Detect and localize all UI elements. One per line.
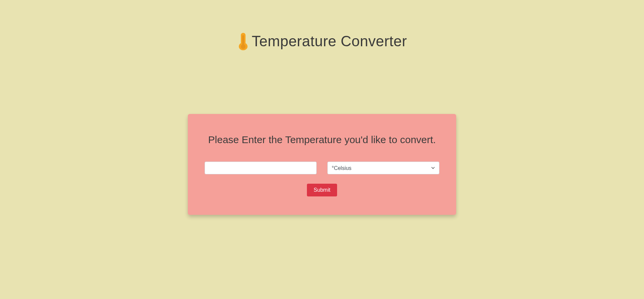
unit-select[interactable]: °Celsius — [327, 162, 439, 174]
thermometer-icon — [237, 32, 249, 50]
page-title: Temperature Converter — [252, 33, 407, 50]
converter-card: Please Enter the Temperature you'd like … — [188, 114, 456, 215]
page-header: Temperature Converter — [0, 0, 644, 50]
form-row: °Celsius — [205, 162, 439, 174]
card-container: Please Enter the Temperature you'd like … — [0, 114, 644, 215]
svg-rect-1 — [242, 35, 244, 45]
submit-button[interactable]: Submit — [307, 184, 337, 196]
card-heading: Please Enter the Temperature you'd like … — [205, 134, 439, 145]
temperature-input[interactable] — [205, 162, 317, 174]
